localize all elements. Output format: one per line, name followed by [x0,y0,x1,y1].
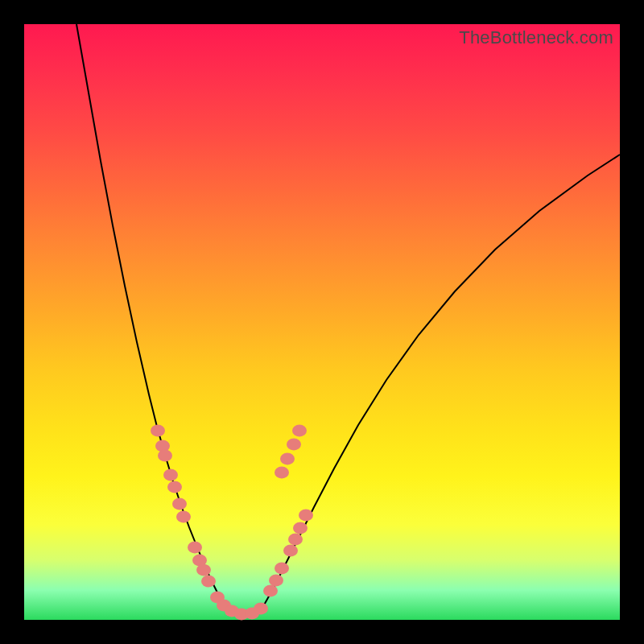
data-point [188,542,202,554]
data-point [275,467,289,479]
data-point [176,511,191,523]
chart-overlay [24,24,620,620]
data-point [254,603,268,615]
data-point [201,576,216,588]
data-point [292,425,307,437]
data-point [151,425,165,437]
data-point [163,469,178,481]
data-point [263,585,278,597]
outer-frame: TheBottleneck.com [0,0,644,644]
data-point [196,564,211,576]
curve-left [76,24,225,608]
curve-right [262,155,620,608]
data-point [283,545,298,557]
data-point [275,563,289,575]
data-point [293,522,308,535]
data-point [172,498,187,510]
data-point [269,575,283,587]
data-point [158,450,172,462]
data-point [299,510,313,522]
data-point [287,439,301,451]
data-point [167,481,182,493]
scatter-dots [151,425,313,621]
data-point [280,453,295,465]
data-point [288,534,303,546]
plot-area: TheBottleneck.com [24,24,620,620]
